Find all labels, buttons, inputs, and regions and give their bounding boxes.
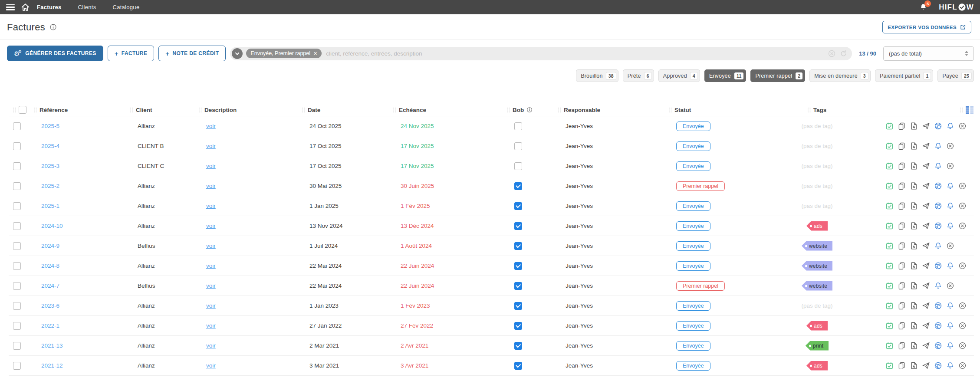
status-filter-chip[interactable]: Prête 6: [623, 69, 654, 82]
reminder-bell-icon[interactable]: [946, 361, 954, 370]
description-voir-link[interactable]: voir: [206, 203, 216, 209]
send-plane-icon[interactable]: [922, 282, 930, 290]
cancel-icon[interactable]: [958, 302, 967, 310]
calendar-check-icon[interactable]: [885, 262, 894, 270]
pdf-file-icon[interactable]: [910, 361, 918, 370]
description-voir-link[interactable]: voir: [206, 263, 216, 269]
cancel-icon[interactable]: [958, 222, 967, 230]
nav-item-factures[interactable]: Factures: [37, 4, 62, 10]
copy-icon[interactable]: [898, 361, 906, 370]
description-voir-link[interactable]: voir: [206, 282, 216, 289]
bob-checkbox[interactable]: [514, 182, 522, 190]
calendar-check-icon[interactable]: [885, 242, 894, 250]
nav-item-catalogue[interactable]: Catalogue: [112, 4, 139, 10]
pdf-file-icon[interactable]: [910, 222, 918, 230]
copy-icon[interactable]: [898, 162, 906, 170]
drag-handle-icon[interactable]: [302, 108, 305, 112]
send-plane-icon[interactable]: [922, 142, 930, 150]
globe-network-icon[interactable]: [934, 202, 942, 210]
copy-icon[interactable]: [898, 202, 906, 210]
drag-handle-icon[interactable]: [669, 108, 672, 112]
globe-network-icon[interactable]: [934, 361, 942, 370]
globe-network-icon[interactable]: [934, 222, 942, 230]
calendar-check-icon[interactable]: [885, 142, 894, 150]
row-select-checkbox[interactable]: [13, 162, 21, 170]
pdf-file-icon[interactable]: [910, 262, 918, 270]
row-select-checkbox[interactable]: [13, 302, 21, 310]
header-client[interactable]: Client: [130, 107, 199, 113]
row-select-checkbox[interactable]: [13, 322, 21, 330]
drag-handle-icon[interactable]: [960, 108, 963, 112]
invoice-reference-link[interactable]: 2023-6: [41, 302, 59, 309]
bob-checkbox[interactable]: [514, 282, 522, 290]
status-badge[interactable]: Envoyée: [676, 141, 710, 151]
globe-network-icon[interactable]: [934, 342, 942, 350]
info-icon[interactable]: [526, 107, 533, 113]
status-filter-chip[interactable]: Brouillon 38: [576, 69, 618, 82]
copy-icon[interactable]: [898, 282, 906, 290]
status-badge[interactable]: Envoyée: [676, 161, 710, 171]
globe-network-icon[interactable]: [934, 262, 942, 270]
send-plane-icon[interactable]: [922, 361, 930, 370]
status-badge[interactable]: Envoyée: [676, 361, 710, 371]
globe-network-icon[interactable]: [934, 122, 942, 130]
calendar-check-icon[interactable]: [885, 342, 894, 350]
description-voir-link[interactable]: voir: [206, 143, 216, 149]
send-plane-icon[interactable]: [922, 242, 930, 250]
reminder-bell-icon[interactable]: [934, 142, 942, 150]
description-voir-link[interactable]: voir: [206, 223, 216, 229]
invoice-reference-link[interactable]: 2024-10: [41, 223, 63, 229]
cancel-icon[interactable]: [958, 361, 967, 370]
drag-handle-icon[interactable]: [199, 108, 202, 112]
notifications-bell-icon[interactable]: 5: [919, 3, 927, 11]
row-select-checkbox[interactable]: [13, 282, 21, 290]
copy-icon[interactable]: [898, 182, 906, 190]
row-select-checkbox[interactable]: [13, 342, 21, 350]
cancel-icon[interactable]: [946, 162, 954, 170]
status-badge[interactable]: Envoyée: [676, 122, 710, 131]
search-bar[interactable]: Envoyée, Premier rappel ✕: [230, 47, 852, 60]
invoice-reference-link[interactable]: 2025-2: [41, 183, 59, 189]
invoice-reference-link[interactable]: 2024-8: [41, 263, 59, 269]
reminder-bell-icon[interactable]: [934, 282, 942, 290]
invoice-reference-link[interactable]: 2022-1: [41, 322, 59, 329]
filter-chevron-button[interactable]: [232, 48, 243, 59]
invoice-reference-link[interactable]: 2024-9: [41, 243, 59, 249]
invoice-reference-link[interactable]: 2025-1: [41, 203, 59, 209]
description-voir-link[interactable]: voir: [206, 322, 216, 329]
drag-handle-icon[interactable]: [34, 108, 37, 112]
status-badge[interactable]: Envoyée: [676, 241, 710, 251]
copy-icon[interactable]: [898, 122, 906, 130]
header-bob[interactable]: Bob: [507, 107, 558, 113]
pdf-file-icon[interactable]: [910, 342, 918, 350]
status-badge[interactable]: Envoyée: [676, 301, 710, 311]
pdf-file-icon[interactable]: [910, 302, 918, 310]
status-badge[interactable]: Envoyée: [676, 341, 710, 351]
calendar-check-icon[interactable]: [885, 122, 894, 130]
drag-handle-icon[interactable]: [558, 108, 561, 112]
calendar-check-icon[interactable]: [885, 302, 894, 310]
status-badge[interactable]: Premier rappel: [676, 181, 725, 191]
bob-checkbox[interactable]: [514, 242, 522, 250]
invoice-reference-link[interactable]: 2021-13: [41, 342, 63, 349]
invoice-reference-link[interactable]: 2025-3: [41, 163, 59, 169]
reminder-bell-icon[interactable]: [946, 322, 954, 330]
header-statut[interactable]: Statut: [669, 107, 764, 113]
row-select-checkbox[interactable]: [13, 222, 21, 230]
row-select-checkbox[interactable]: [13, 122, 21, 130]
reminder-bell-icon[interactable]: [946, 122, 954, 130]
row-select-checkbox[interactable]: [13, 182, 21, 190]
bob-checkbox[interactable]: [514, 262, 522, 270]
pdf-file-icon[interactable]: [910, 202, 918, 210]
cancel-icon[interactable]: [958, 342, 967, 350]
pdf-file-icon[interactable]: [910, 282, 918, 290]
pdf-file-icon[interactable]: [910, 142, 918, 150]
drag-handle-icon[interactable]: [13, 108, 16, 112]
reminder-bell-icon[interactable]: [946, 202, 954, 210]
pdf-file-icon[interactable]: [910, 182, 918, 190]
calendar-check-icon[interactable]: [885, 202, 894, 210]
pdf-file-icon[interactable]: [910, 162, 918, 170]
status-filter-chip[interactable]: Approved 4: [658, 69, 700, 82]
invoice-reference-link[interactable]: 2024-7: [41, 282, 59, 289]
cancel-icon[interactable]: [946, 282, 954, 290]
